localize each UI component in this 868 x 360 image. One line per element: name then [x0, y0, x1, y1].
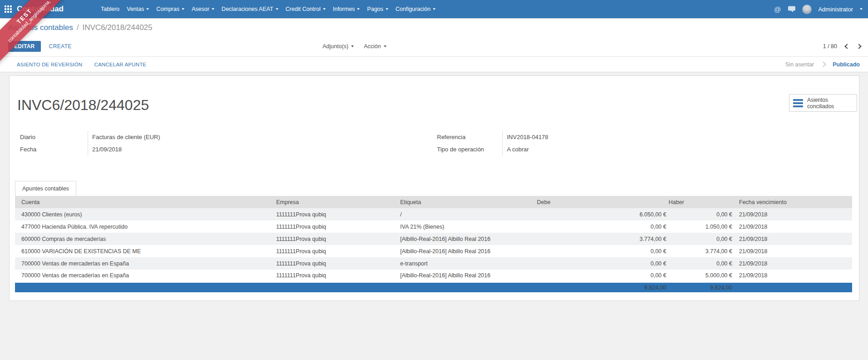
- status-state-sin-asentar[interactable]: Sin asentar: [785, 61, 814, 68]
- cell-fecha: 21/09/2018: [734, 208, 852, 220]
- reconciled-entries-button[interactable]: Asientos conciliados: [789, 94, 857, 112]
- user-avatar[interactable]: [803, 5, 811, 14]
- messages-icon[interactable]: [788, 6, 796, 13]
- reconciled-entries-label: Asientos conciliados: [807, 97, 853, 110]
- cell-etiqueta: [Albillo-Real-2016] Albillo Real 2016: [398, 270, 536, 282]
- cell-cuenta: 700000 Ventas de mercaderías en España: [15, 257, 273, 270]
- totals-end: [734, 282, 852, 292]
- breadcrumb: Asientos contables/INVC6/2018/244025: [8, 23, 153, 32]
- field-label-tipo-de-operaci-n: Tipo de operación: [434, 143, 502, 155]
- chevron-down-icon: [212, 8, 214, 10]
- form-statusbar: ASIENTO DE REVERSIÓNCANCELAR APUNTE Sin …: [0, 56, 868, 72]
- chevron-down-icon: [433, 8, 436, 10]
- sidebar-dropdowns: Adjunto(s) Acción: [322, 43, 387, 50]
- status-state-publicado[interactable]: Publicado: [833, 61, 860, 68]
- field-value-referencia[interactable]: INV2018-04178: [502, 131, 848, 143]
- nav-menu-item-pagos[interactable]: Pagos: [367, 6, 388, 12]
- action-label: Acción: [364, 43, 381, 50]
- cell-empresa: 1111111Prova qubiq: [273, 220, 398, 233]
- chevron-down-icon: [860, 8, 863, 10]
- cell-fecha: 21/09/2018: [734, 245, 852, 257]
- cell-fecha: 21/09/2018: [734, 233, 852, 245]
- record-title: INVC6/2018/244025: [17, 97, 149, 114]
- cell-debe: 3.774,00 €: [536, 233, 668, 245]
- nav-menu-item-credit-control[interactable]: Credit Control: [286, 6, 326, 12]
- totals-row: 9.824,00 9.824,00: [15, 282, 852, 292]
- nav-menu-item-configuraci-n[interactable]: Configuración: [396, 6, 436, 12]
- cell-cuenta: 600000 Compras de mercaderías: [15, 233, 273, 245]
- nav-menu-item-label: Pagos: [367, 6, 383, 12]
- chevron-down-icon: [351, 45, 354, 47]
- table-row[interactable]: 700000 Ventas de mercaderías en España11…: [15, 270, 852, 282]
- attachments-dropdown[interactable]: Adjunto(s): [322, 43, 354, 50]
- cell-etiqueta: [Albillo-Real-2016] Albillo Real 2016: [398, 245, 536, 257]
- field-label-diario: Diario: [17, 131, 88, 143]
- cell-etiqueta: [Albillo-Real-2016] Albillo Real 2016: [398, 233, 536, 245]
- column-header-etiqueta[interactable]: Etiqueta: [398, 196, 536, 208]
- pager-previous-icon[interactable]: [844, 44, 849, 49]
- statusbar-button-cancelar-apunte[interactable]: CANCELAR APUNTE: [94, 62, 146, 67]
- mention-icon[interactable]: @: [774, 5, 781, 13]
- nav-menu-item-ventas[interactable]: Ventas: [127, 6, 149, 12]
- edit-button[interactable]: EDITAR: [8, 41, 41, 52]
- user-menu[interactable]: Administrator: [818, 6, 853, 13]
- cell-etiqueta: /: [398, 208, 536, 220]
- cell-debe: 0,00 €: [536, 245, 668, 257]
- nav-menu-item-declaraciones-aeat[interactable]: Declaraciones AEAT: [222, 6, 278, 12]
- app-brand[interactable]: Contabilidad: [17, 5, 64, 14]
- cell-haber: 0,00 €: [668, 257, 734, 270]
- breadcrumb-current: INVC6/2018/244025: [82, 23, 152, 32]
- menu-bars-icon: [793, 99, 803, 107]
- field-value-fecha[interactable]: 21/09/2018: [88, 143, 434, 155]
- table-row[interactable]: 610000 VARIACIÓN DE EXISTENCIAS DE ME111…: [15, 245, 852, 257]
- nav-menu-item-label: Asesor: [192, 6, 209, 12]
- nav-menu-item-informes[interactable]: Informes: [333, 6, 360, 12]
- column-header-debe[interactable]: Debe: [536, 196, 668, 208]
- chevron-down-icon: [384, 45, 387, 47]
- statusbar-button-asiento-de-reversi-n[interactable]: ASIENTO DE REVERSIÓN: [17, 62, 82, 67]
- chevron-down-icon: [146, 8, 149, 10]
- cell-cuenta: 430000 Clientes (euros): [15, 208, 273, 220]
- table-header-row: CuentaEmpresaEtiquetaDebeHaberFecha venc…: [15, 196, 852, 208]
- nav-menu-item-asesor[interactable]: Asesor: [192, 6, 214, 12]
- cell-cuenta: 477000 Hacienda Pública. IVA repercutido: [15, 220, 273, 233]
- column-header-cuenta[interactable]: Cuenta: [15, 196, 273, 208]
- nav-menu: TableroVentasComprasAsesorDeclaraciones …: [101, 0, 436, 18]
- column-header-empresa[interactable]: Empresa: [273, 196, 398, 208]
- breadcrumb-separator: /: [77, 23, 79, 32]
- cell-debe: 0,00 €: [536, 270, 668, 282]
- table-row[interactable]: 430000 Clientes (euros)1111111Prova qubi…: [15, 208, 852, 220]
- cell-haber: 5.000,00 €: [668, 270, 734, 282]
- chevron-down-icon: [357, 8, 360, 10]
- nav-menu-item-label: Tablero: [101, 6, 119, 12]
- odoo-accounting-app: { "ribbon": { "line1": "TEST", "line2": …: [0, 0, 868, 360]
- nav-menu-item-compras[interactable]: Compras: [156, 6, 184, 12]
- table-row[interactable]: 600000 Compras de mercaderías1111111Prov…: [15, 233, 852, 245]
- column-header-fecha-vencimiento[interactable]: Fecha vencimiento: [734, 196, 852, 208]
- action-dropdown[interactable]: Acción: [364, 43, 387, 50]
- nav-menu-item-label: Configuración: [396, 6, 431, 12]
- breadcrumb-parent-link[interactable]: Asientos contables: [8, 23, 73, 32]
- nav-menu-item-tablero[interactable]: Tablero: [101, 6, 119, 12]
- column-header-haber[interactable]: Haber: [668, 196, 734, 208]
- cell-haber: 0,00 €: [668, 208, 734, 220]
- table-row[interactable]: 477000 Hacienda Pública. IVA repercutido…: [15, 220, 852, 233]
- field-value-tipo-de-operaci-n[interactable]: A cobrar: [502, 143, 848, 155]
- cell-debe: 0,00 €: [536, 257, 668, 270]
- table-row[interactable]: 700000 Ventas de mercaderías en España11…: [15, 257, 852, 270]
- form-view: Asientos conciliados INVC6/2018/244025 D…: [0, 73, 868, 360]
- apps-grid-icon[interactable]: [5, 5, 12, 13]
- total-debit: 9.824,00: [536, 282, 668, 292]
- nav-menu-item-label: Informes: [333, 6, 355, 12]
- nav-right: @ Administrator: [774, 5, 868, 14]
- chevron-right-icon: [820, 61, 826, 67]
- cell-fecha: 21/09/2018: [734, 270, 852, 282]
- cell-haber: 1.050,00 €: [668, 220, 734, 233]
- pager-next-icon[interactable]: [856, 44, 861, 49]
- cell-etiqueta: IVA 21% (Bienes): [398, 220, 536, 233]
- create-button[interactable]: CREATE: [49, 41, 72, 52]
- nav-menu-item-label: Credit Control: [286, 6, 321, 12]
- tab-apuntes-contables[interactable]: Apuntes contables: [15, 181, 76, 196]
- field-value-diario[interactable]: Facturas de cliente (EUR): [88, 131, 434, 143]
- nav-menu-item-label: Ventas: [127, 6, 144, 12]
